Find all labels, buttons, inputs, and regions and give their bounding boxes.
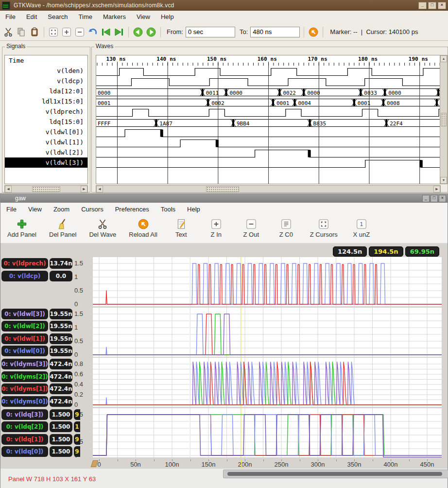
menu-item-edit[interactable]: Edit [21,11,42,23]
signal-item-v-ldcp[interactable]: v(ldcp) [5,76,87,86]
minimize-button[interactable]: _ [422,195,430,202]
maximize-button[interactable]: □ [431,195,438,202]
waves-canvas[interactable]: 130ns140ns150ns160ns170ns180ns190ns00000… [96,55,441,184]
wave-label-0-v-ldwl-0-[interactable]: 0: v(ldwl[0]) [1,346,48,356]
close-button[interactable]: × [438,2,446,9]
scrollbar-thumb[interactable] [227,472,442,476]
cut-icon[interactable] [3,27,14,37]
menu-item-preferences[interactable]: Preferences [109,203,155,216]
scroll-up-arrow[interactable]: ▲ [440,55,447,62]
zoom-fit-icon[interactable] [48,27,59,37]
z-out-button[interactable]: Z Out [240,218,262,238]
signals-hscrollbar[interactable]: ◀ ▶ [4,185,88,193]
wave-label-0-v-ldprech-[interactable]: 0: v(ldprech) [1,258,48,269]
to-start-icon[interactable] [101,27,111,37]
menu-item-markers[interactable]: Markers [98,11,131,23]
wave-label-0-v-ldwl-3-[interactable]: 0: v(ldwl[3]) [1,309,48,319]
waves-vscrollbar[interactable]: ▲ ▼ [440,55,448,184]
forward-icon[interactable] [146,27,156,37]
wave-label-0-v-ldyms-3-[interactable]: 0: v(ldyms[3]) [1,359,48,369]
zoom-in-icon[interactable] [61,27,72,37]
copy-icon[interactable] [16,27,27,37]
signal-item-lda-12-0[interactable]: lda[12:0] [5,86,87,96]
gaw-hscrollbar[interactable] [223,470,448,478]
z-c0-button[interactable]: Z C0 [275,218,297,238]
menu-item-search[interactable]: Search [42,11,73,23]
reload-all-button[interactable]: Reload All [129,218,157,238]
del-wave-button[interactable]: Del Wave [89,218,116,238]
wave-label-0-v-ldq-2-[interactable]: 0: v(ldq[2]) [1,421,48,432]
menu-item-file[interactable]: File [0,11,21,23]
scroll-right-arrow[interactable]: ▶ [433,186,440,192]
add-panel-button[interactable]: Add Panel [7,218,36,238]
menu-item-help[interactable]: Help [181,203,206,216]
wave-label-0-v-ldwl-1-[interactable]: 0: v(ldwl[1]) [1,333,48,344]
gtkwave-titlebar[interactable]: GTKWave - /home/schippes/.xschem/simulat… [0,0,448,11]
menu-item-tools[interactable]: Tools [155,203,181,216]
signal-item-Time[interactable]: Time [5,55,87,66]
to-end-icon[interactable] [114,27,124,37]
wave-label-0-v-ldq-3-[interactable]: 0: v(ldq[3]) [1,409,48,420]
menu-item-cursors[interactable]: Cursors [75,203,109,216]
menu-item-view[interactable]: View [22,203,48,216]
gaw-titlebar[interactable]: gaw _□× [0,194,448,203]
svg-text:0008: 0008 [387,100,400,106]
axis-tick [300,459,300,461]
to-input[interactable] [250,27,300,37]
wave-label-0-v-ldq-1-[interactable]: 0: v(ldq[1]) [1,434,48,445]
wave-panel-2[interactable] [93,308,442,357]
signal-item-ldq-15-0[interactable]: ldq[15:0] [5,117,87,127]
menu-item-file[interactable]: File [0,203,22,216]
maximize-button[interactable]: □ [428,2,436,9]
signal-item-v-ldwl-3[interactable]: v(ldwl[3]) [5,157,87,168]
y-axis-label: 0 [74,351,91,358]
scrollbar-thumb[interactable] [32,186,60,192]
wave-panel-4[interactable] [93,408,442,457]
menu-item-view[interactable]: View [131,11,155,23]
text-button[interactable]: Text [170,218,192,238]
signal-item-v-ldwl-2[interactable]: v(ldwl[2]) [5,147,87,157]
paste-icon[interactable] [29,27,40,37]
svg-text:1A87: 1A87 [159,121,172,127]
scrollbar-thumb[interactable] [206,186,239,192]
wave-label-0-v-ldyms-1-[interactable]: 0: v(ldyms[1]) [1,383,48,394]
scroll-left-arrow[interactable]: ◀ [5,186,12,192]
wave-label-0-v-ldwl-2-[interactable]: 0: v(ldwl[2]) [1,321,48,331]
signals-list[interactable]: Timev(lden)v(ldcp)lda[12:0]ldl1x[15:0]v(… [4,55,88,184]
waves-hscrollbar[interactable]: ◀ ▶ [96,185,441,193]
wave-panel-3[interactable] [93,358,442,407]
add-icon [16,218,28,230]
z-in-button[interactable]: Z In [205,218,227,238]
scroll-left-arrow[interactable]: ◀ [96,186,103,192]
scrollbar-thumb[interactable] [441,113,447,126]
zoom-out-icon[interactable] [74,27,85,37]
signal-item-v-lden[interactable]: v(lden) [5,66,87,76]
back-icon[interactable] [133,27,143,37]
close-button[interactable]: × [439,195,446,202]
del-panel-button[interactable]: Del Panel [49,218,76,238]
signal-item-ldl1x-15-0[interactable]: ldl1x[15:0] [5,96,87,106]
stop-icon[interactable] [308,27,319,37]
undo-icon[interactable] [87,27,98,37]
toolbar-button-label: Z Cursors [310,231,338,238]
axis-tick [154,459,155,461]
z-cursors-button[interactable]: Z Cursors [310,218,338,238]
x-unz-button[interactable]: 1X unZ [350,218,373,238]
wave-value-badge: 19.55n [50,333,72,344]
toolbar-separator [128,27,129,37]
from-input[interactable] [186,27,235,37]
signal-item-v-ldwl-0[interactable]: v(ldwl[0]) [5,127,87,137]
scroll-right-arrow[interactable]: ▶ [81,186,87,192]
signal-item-v-ldprech[interactable]: v(ldprech) [5,106,87,117]
menu-item-time[interactable]: Time [73,11,98,23]
wave-label-0-v-ldyms-0-[interactable]: 0: v(ldyms[0]) [1,396,48,407]
menu-item-help[interactable]: Help [155,11,179,23]
wave-label-0-v-ldyms-2-[interactable]: 0: v(ldyms[2]) [1,371,48,382]
scroll-down-arrow[interactable]: ▼ [440,177,447,184]
wave-panel-1[interactable] [93,257,442,306]
signal-item-v-ldwl-1[interactable]: v(ldwl[1]) [5,137,87,147]
wave-label-0-v-ldcp-[interactable]: 0: v(ldcp) [1,271,48,281]
wave-label-0-v-ldq-0-[interactable]: 0: v(ldq[0]) [1,446,48,457]
minimize-button[interactable]: _ [418,2,427,9]
menu-item-zoom[interactable]: Zoom [48,203,75,216]
